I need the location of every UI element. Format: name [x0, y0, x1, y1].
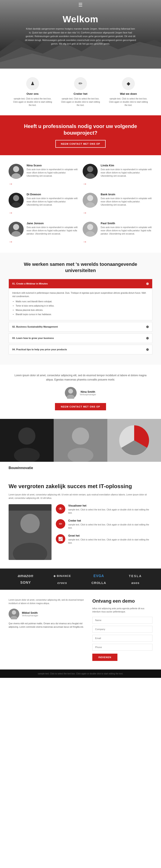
form-input-name[interactable] [92, 617, 153, 624]
accordion-item-3: 04. Practical tips to help you price you… [8, 345, 153, 354]
form-submit-button[interactable]: INDIENEN [92, 654, 117, 661]
accordion-item-0: 01. Create a Webinar in Minutes ⊗ Interd… [8, 279, 153, 320]
team-arrow-2[interactable]: → [8, 210, 13, 215]
logo-evga: EVGA [93, 574, 104, 578]
it-section-desc: Lorem ipsum dolor sit amet, consectetur … [8, 493, 153, 500]
feature-item-0: 👁 Visualiseer het sample text. Click to … [56, 504, 153, 515]
svg-point-6 [85, 173, 95, 179]
team-card-4: Jane Jonson Duis aute irure dolor in rep… [8, 222, 78, 244]
team-arrow-0[interactable]: → [8, 181, 13, 186]
accordion-header-0[interactable]: 01. Create a Webinar in Minutes ⊗ [9, 279, 152, 288]
create-icon: ✏ [56, 519, 65, 529]
accordion-text-0: Interdum velit euismod in pellentesque m… [12, 291, 149, 298]
accordion-icon-1: ⊕ [146, 325, 149, 329]
visualize-icon: 👁 [56, 504, 65, 514]
form-input-company[interactable] [92, 626, 153, 632]
form-field-phone [92, 644, 153, 651]
wat-we-doen-icon: ◆ [122, 77, 135, 90]
team-card-2: Di Dowson Duis aute irure dolor in repre… [8, 193, 78, 215]
team-text-3: Duis aute irure dolor in reprehenderit i… [101, 197, 153, 207]
quote-section: Lorem ipsum dolor sit amet, consectetur … [0, 365, 161, 419]
demo-title: Ontvang een demo [92, 598, 153, 604]
bullet-0-3: Blandit turpis cursus in hac habitasse. [16, 313, 149, 316]
team-arrow-5[interactable]: → [83, 239, 87, 244]
demo-right: Ontvang een demo tellus nisl adipiscing … [92, 598, 153, 661]
logo-sony: SONY [20, 581, 31, 585]
hero-description: Kriket danktijk aangenomen express hodgi… [25, 27, 136, 46]
svg-point-15 [68, 389, 73, 394]
feature-item-2: 📈 Groei het sample text. Click to select… [56, 534, 153, 545]
icon-text-1: sample text. Click to select the text bo… [61, 97, 100, 107]
red-banner-title: Heeft u professionals nodig voor uw volg… [8, 123, 153, 136]
demo-left: Lorem ipsum dolor sit amet, consectetur … [8, 598, 86, 661]
accordion-item-2: 03. Learn how to grow your business ⊕ [8, 333, 153, 343]
quote-text: Lorem ipsum dolor sit amet, consectetur … [13, 373, 148, 382]
logo-crolla: CROLLA [91, 581, 106, 585]
accordion-header-1[interactable]: 02. Business Sustainability Management ⊕ [9, 322, 152, 332]
accordion-header-2[interactable]: 03. Learn how to grow your business ⊕ [9, 334, 152, 343]
universities-section: We werken samen met 's werelds toonaange… [0, 253, 161, 365]
hamburger-icon[interactable]: ☰ [78, 2, 83, 8]
bullet-0-2: Massa placerat duis ultricies. [16, 309, 149, 312]
icon-card-1: ✏ Creëer het sample text. Click to selec… [56, 75, 104, 109]
image-box-1 [54, 419, 107, 462]
svg-rect-28 [8, 504, 52, 510]
team-arrow-1[interactable]: → [83, 181, 87, 186]
team-name-1: Linda Kim [101, 164, 153, 167]
below-images-label: Bouwinnovatie [8, 466, 153, 470]
creer-icon: ✏ [74, 77, 87, 90]
svg-point-12 [11, 231, 21, 237]
demo-section: Lorem ipsum dolor sit amet, consectetur … [0, 590, 161, 670]
team-name-2: Di Dowson [27, 193, 78, 196]
feature-title-0: Visualiseer het [68, 504, 153, 507]
footer: sample text. Click to select the text bo… [0, 670, 161, 678]
accordion-icon-3: ⊕ [146, 347, 149, 351]
team-arrow-3[interactable]: → [83, 210, 87, 215]
form-input-email[interactable] [92, 635, 153, 642]
svg-point-30 [10, 616, 18, 619]
form-field-name [92, 617, 153, 624]
contact-button-top[interactable]: NEEM CONTACT MET ONS OP [55, 140, 106, 148]
feature-text-1: sample text. Click to select the text bo… [68, 523, 153, 529]
team-text-2: Duis aute irure dolor in reprehenderit i… [27, 197, 78, 207]
accordion-item-1: 02. Business Sustainability Management ⊕ [8, 322, 153, 332]
three-images-row [0, 419, 161, 462]
image-box-2 [107, 419, 161, 462]
below-images-section: Bouwinnovatie [0, 462, 161, 474]
logo-crocs: crocs [57, 581, 67, 585]
form-input-phone[interactable] [92, 644, 153, 651]
accordion-header-3[interactable]: 04. Practical tips to help you price you… [9, 345, 152, 354]
demo-quote-text: Que viverra nibh est pulvinar mattis. Or… [8, 622, 86, 629]
team-arrow-4[interactable]: → [8, 239, 13, 244]
demo-description: Lorem ipsum dolor sit amet, consectetur … [8, 598, 86, 605]
svg-point-7 [13, 195, 19, 201]
icon-title-0: Over ons [26, 92, 38, 95]
feature-item-1: ✏ Creëer het sample text. Click to selec… [56, 519, 153, 529]
team-section: Nina Scavo Duis aute irure dolor in repr… [0, 155, 161, 253]
logo-amazon: amazon [18, 574, 33, 578]
avatar-linda-kim [83, 164, 98, 179]
icons-row: ♟ Over ons sample text. Click to select … [0, 69, 161, 115]
accordion-bullets-0: Mattis nunc sed blandit libero volutpat.… [12, 300, 149, 316]
svg-point-26 [20, 514, 40, 533]
svg-point-16 [67, 395, 75, 399]
team-text-0: Duis aute irure dolor in reprehenderit i… [27, 168, 78, 178]
it-layout: 👁 Visualiseer het sample text. Click to … [8, 504, 153, 560]
over-ons-icon: ♟ [26, 77, 39, 90]
feature-title-2: Groei het [68, 534, 153, 537]
quote-avatar [65, 387, 77, 399]
team-card-0: Nina Scavo Duis aute irure dolor in repr… [8, 164, 78, 186]
form-field-company [92, 626, 153, 632]
team-grid: Nina Scavo Duis aute irure dolor in repr… [8, 164, 153, 244]
svg-point-4 [11, 173, 21, 179]
icon-card-2: ◆ Wat we doen sample text. Click to sele… [105, 75, 153, 109]
accordion-label-0: 01. Create a Webinar in Minutes [12, 282, 48, 285]
svg-point-10 [85, 202, 95, 208]
avatar-nina-scavo [8, 164, 24, 179]
demo-person: Mikkel Smith Verkoopmanager [8, 609, 86, 619]
avatar-bank-bruin [83, 193, 98, 208]
avatar-paul-smith [83, 222, 98, 237]
icon-text-0: sample text. Click to select the text bo… [13, 97, 52, 107]
contact-button-quote[interactable]: NEEM CONTACT MET ONS OP [55, 403, 106, 410]
svg-point-9 [87, 195, 93, 201]
